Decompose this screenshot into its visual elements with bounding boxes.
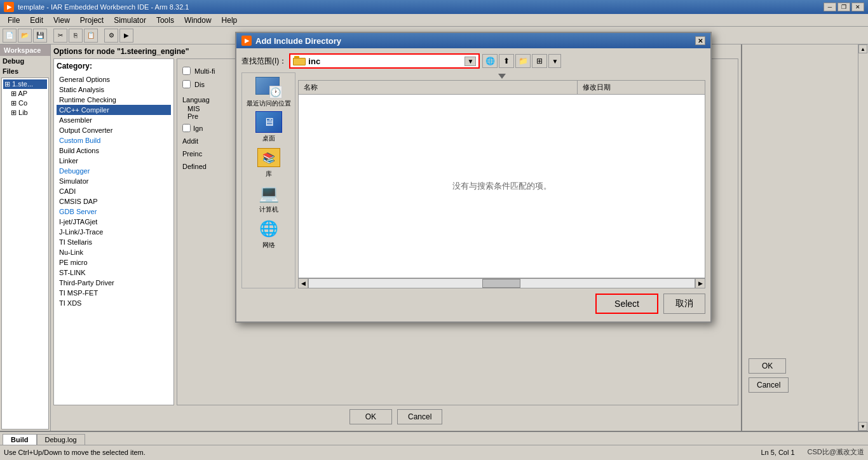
right-cancel-button[interactable]: Cancel [749,377,789,393]
toolbar-paste[interactable]: 📋 [84,29,98,43]
right-ok-button[interactable]: OK [749,358,786,374]
multi-file-label: Multi-fi [194,67,215,75]
outer-ok-button[interactable]: OK [349,409,392,424]
dis-checkbox[interactable] [182,80,191,88]
restore-button[interactable]: ❐ [837,3,850,11]
category-build-actions[interactable]: Build Actions [57,145,171,156]
desktop-label: 桌面 [262,134,275,143]
h-scroll-track[interactable] [308,278,695,288]
file-area: 🕐 最近访问的位置 🖥 桌面 📚 [241,72,705,288]
toolbar-save[interactable]: 💾 [33,29,47,43]
ign-checkbox[interactable] [182,124,191,132]
toolbar-build[interactable]: ⚙ [104,29,118,43]
workspace-tab: Workspace [0,44,50,56]
menu-tools[interactable]: Tools [151,15,179,26]
category-st-link[interactable]: ST-LINK [57,267,171,278]
toolbar-new[interactable]: 📄 [3,29,17,43]
toolbar-copy[interactable]: ⎘ [69,29,83,43]
category-ti-stellaris[interactable]: TI Stellaris [57,237,171,247]
minimize-button[interactable]: ─ [824,3,836,11]
scroll-up-btn[interactable]: ▲ [858,44,867,53]
add-include-dialog-title: ▶ Add Include Directory ✕ [236,33,710,48]
select-button[interactable]: Select [595,294,658,314]
folder-dropdown-btn[interactable]: ▼ [465,57,476,66]
toolbar-cut[interactable]: ✂ [53,29,67,43]
library-label: 库 [266,170,272,179]
category-simulator[interactable]: Simulator [57,176,171,186]
status-bar: Use Ctrl+Up/Down to move the selected it… [0,445,868,459]
menu-edit[interactable]: Edit [25,15,48,26]
nav-view-btn[interactable]: ⊞ [532,54,547,68]
category-gdb-server[interactable]: GDB Server [57,206,171,217]
category-third-party[interactable]: Third-Party Driver [57,278,171,288]
toolbar-open[interactable]: 📂 [18,29,32,43]
category-linker[interactable]: Linker [57,156,171,166]
menu-project[interactable]: Project [75,15,109,26]
scroll-left-btn[interactable]: ◀ [298,278,308,288]
title-bar-buttons: ─ ❐ ✕ [824,3,864,11]
category-output-converter[interactable]: Output Converter [57,125,171,135]
toolbar-run[interactable]: ▶ [119,29,133,43]
shortcut-recent[interactable]: 🕐 最近访问的位置 [247,77,291,107]
scroll-down-btn[interactable]: ▼ [858,422,867,431]
menu-file[interactable]: File [3,15,25,26]
app-title: template - IAR Embedded Workbench IDE - … [18,3,824,11]
menu-window[interactable]: Window [179,15,217,26]
category-static-analysis[interactable]: Static Analysis [57,85,171,95]
shortcut-desktop[interactable]: 🖥 桌面 [255,111,282,143]
menu-help[interactable]: Help [217,15,243,26]
menu-view[interactable]: View [48,15,75,26]
category-cmsis-dap[interactable]: CMSIS DAP [57,196,171,206]
nav-up-btn[interactable]: ⬆ [499,54,514,68]
category-debugger[interactable]: Debugger [57,166,171,176]
workspace-tree: ⊞ 1.ste... ⊞ AP ⊞ Co ⊞ Lib [1,78,49,430]
tree-item-ap[interactable]: ⊞ AP [3,89,47,98]
category-ijet[interactable]: I-jet/JTAGjet [57,217,171,227]
category-pe-micro[interactable]: PE micro [57,257,171,267]
col-name[interactable]: 名称 [299,81,578,94]
category-cpp-compiler[interactable]: C/C++ Compiler [57,105,171,115]
menu-simulator[interactable]: Simulator [109,15,151,26]
sort-arrow-icon [498,74,506,79]
close-button[interactable]: ✕ [851,3,864,11]
category-general-options[interactable]: General Options [57,74,171,85]
category-assembler[interactable]: Assembler [57,115,171,125]
col-date[interactable]: 修改日期 [578,81,705,94]
file-list-header: 名称 修改日期 [298,80,705,94]
outer-cancel-button[interactable]: Cancel [397,409,442,424]
category-cadi[interactable]: CADI [57,186,171,196]
shortcut-network[interactable]: 🌐 网络 [255,218,282,250]
search-range-label: 查找范围(I)： [241,56,287,67]
nav-internet-btn[interactable]: 🌐 [482,54,498,68]
category-runtime-checking[interactable]: Runtime Checking [57,95,171,105]
shortcut-computer[interactable]: 💻 计算机 [255,182,282,214]
tree-item-co[interactable]: ⊞ Co [3,98,47,108]
nav-more-btn[interactable]: ▼ [548,54,561,68]
right-panel-buttons: OK Cancel [749,358,789,393]
network-label: 网络 [262,241,275,250]
h-scroll-thumb[interactable] [482,279,520,288]
category-nu-link[interactable]: Nu-Link [57,247,171,257]
dialog-title-text: Add Include Directory [255,36,341,46]
recent-label: 最近访问的位置 [247,100,291,107]
category-custom-build[interactable]: Custom Build [57,135,171,145]
tree-item-ste[interactable]: ⊞ 1.ste... [3,79,47,89]
multi-file-checkbox[interactable] [182,67,191,75]
tree-item-lib[interactable]: ⊞ Lib [3,108,47,118]
debug-label: Debug [0,56,50,66]
category-ti-xds[interactable]: TI XDS [57,298,171,308]
tab-debug-log[interactable]: Debug.log [37,434,85,445]
scroll-right-btn[interactable]: ▶ [695,278,705,288]
folder-path-text: inc [308,57,320,66]
add-include-body: 查找范围(I)： inc ▼ 🌐 ⬆ 📁 ⊞ ▼ [236,48,710,321]
folder-path-box[interactable]: inc ▼ [289,53,480,69]
category-ti-msp-fet[interactable]: TI MSP-FET [57,288,171,298]
shortcut-library[interactable]: 📚 库 [255,147,282,179]
empty-message: 没有与搜索条件匹配的项。 [452,180,552,192]
category-jlink[interactable]: J-Link/J-Trace [57,227,171,237]
tab-build[interactable]: Build [3,434,37,445]
dialog-close-button[interactable]: ✕ [695,36,705,45]
nav-folder-btn[interactable]: 📁 [515,54,531,68]
cancel-button[interactable]: 取消 [663,294,705,314]
dialog-icon: ▶ [241,36,252,46]
